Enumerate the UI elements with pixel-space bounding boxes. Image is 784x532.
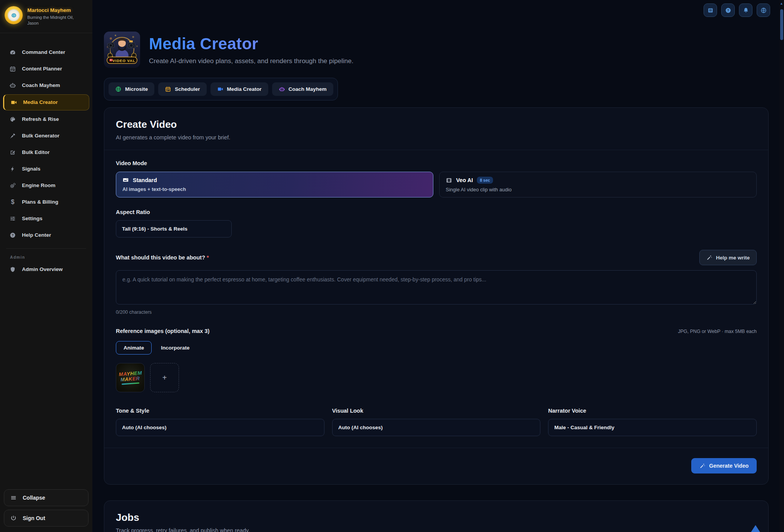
sidebar-item-settings[interactable]: Settings [3,211,89,226]
sidebar-divider [6,248,86,249]
tone-style-label: Tone & Style [116,408,324,414]
robot-icon [279,86,285,92]
sidebar-item-label: Content Planner [22,66,62,72]
sidebar-item-label: Bulk Generator [22,133,60,139]
tab-label: Media Creator [227,86,262,92]
create-video-title: Create Video [116,119,757,130]
mode-description: Single AI video clip with audio [446,187,750,192]
tab-scheduler[interactable]: Scheduler [158,82,206,96]
sidebar-item-label: Help Center [22,232,51,238]
globe-icon [760,7,767,14]
sign-out-button[interactable]: Sign Out [4,510,89,527]
sign-out-label: Sign Out [23,515,45,521]
narrator-voice-label: Narrator Voice [548,408,757,414]
sidebar-item-bulk-editor[interactable]: Bulk Editor [3,145,89,160]
collapse-button[interactable]: Collapse [4,489,89,506]
video-mode-standard[interactable]: Standard AI images + text-to-speech [116,172,433,197]
add-reference-image-button[interactable]: + [150,363,179,392]
sidebar: Martocci Mayhem Burning the Midnight Oil… [0,0,92,532]
scroll-to-top-button[interactable] [751,525,761,532]
brand-tagline: Burning the Midnight Oil, Jason [27,15,77,27]
globe-icon [115,86,122,92]
sidebar-item-label: Settings [22,216,42,221]
brand-text: Martocci Mayhem Burning the Midnight Oil… [27,6,77,27]
notifications-button[interactable] [739,3,752,17]
brain-icon [8,9,20,21]
narrator-voice-select[interactable]: Male - Casual & Friendly [548,419,757,436]
sidebar-nav: Command Center Content Planner [0,33,92,278]
thumbnail-text-line2: MAKER [120,376,140,382]
brief-header-row: What should this video be about?* Help m… [116,250,757,265]
brand-logo[interactable] [5,6,23,24]
visual-look-field: Visual Look Auto (AI chooses) [332,408,541,436]
tab-media-creator[interactable]: Media Creator [211,82,268,96]
sidebar-item-label: Bulk Editor [22,149,50,155]
sidebar-item-command-center[interactable]: Command Center [3,45,89,60]
aspect-ratio-select[interactable]: Tall (9:16) - Shorts & Reels [116,220,232,238]
create-video-subtitle: AI generates a complete video from your … [116,134,757,141]
sidebar-item-plans-billing[interactable]: $ Plans & Billing [3,194,89,210]
film-icon [446,177,452,184]
sidebar-item-engine-room[interactable]: Engine Room [3,178,89,193]
sidebar-item-coach-mayhem[interactable]: Coach Mayhem [3,78,89,93]
help-button[interactable]: ? [721,3,735,17]
magic-wand-icon [706,254,712,261]
pencil-square-icon [9,149,17,156]
sidebar-item-label: Refresh & Rise [22,116,59,122]
video-mode-veo-ai[interactable]: Veo AI 8 sec Single AI video clip with a… [439,172,757,197]
visual-look-label: Visual Look [332,408,541,414]
sidebar-item-label: Media Creator [23,99,58,105]
calendar-icon [9,65,17,72]
incorporate-toggle-button[interactable]: Incorporate [161,345,189,351]
brand-name: Martocci Mayhem [27,6,77,13]
rocket-icon [9,132,17,139]
calendar-icon [165,86,171,92]
gears-icon [9,182,17,189]
reference-images-hint: JPG, PNG or WebP · max 5MB each [678,329,757,334]
narrator-voice-field: Narrator Voice Male - Casual & Friendly [548,408,757,436]
page-title: Media Creator [149,35,353,53]
sidebar-bottom: Collapse Sign Out [0,485,92,532]
sidebar-item-help-center[interactable]: ? Help Center [3,228,89,243]
animate-toggle-button[interactable]: Animate [116,341,152,355]
sidebar-item-refresh-rise[interactable]: Refresh & Rise [3,112,89,127]
sidebar-item-bulk-generator[interactable]: Bulk Generator [3,128,89,144]
sidebar-item-admin-overview[interactable]: Admin Overview [3,262,89,277]
photo-icon [122,177,129,183]
generate-row: Generate Video [116,458,757,473]
tab-microsite[interactable]: Microsite [109,82,154,96]
help-me-write-label: Help me write [716,255,750,261]
video-camera-icon [10,99,18,106]
question-circle-icon: ? [9,232,17,239]
visual-look-select[interactable]: Auto (AI chooses) [332,419,541,436]
sidebar-item-signals[interactable]: Signals [3,161,89,177]
help-me-write-button[interactable]: Help me write [699,250,757,265]
tone-style-select[interactable]: Auto (AI chooses) [116,419,324,436]
language-button[interactable] [757,3,770,17]
jobs-subtitle: Track progress, retry failures, and publ… [116,527,757,532]
magic-wand-icon [699,463,705,469]
collapse-label: Collapse [23,495,45,501]
tone-style-field: Tone & Style Auto (AI chooses) [116,408,324,436]
media-creator-avatar: VIDEO VAL [104,32,140,68]
page-subtitle: Create AI-driven video plans, assets, an… [149,57,353,65]
bell-icon [742,7,749,14]
tab-coach-mayhem[interactable]: Coach Mayhem [272,82,333,96]
reference-image-thumbnail[interactable]: MAYHEM MAKER [116,363,145,392]
char-counter: 0/200 characters [116,309,757,315]
sidebar-item-content-planner[interactable]: Content Planner [3,61,89,77]
sidebar-item-label: Admin Overview [22,266,63,272]
scrollbar-up-arrow[interactable]: ▲ [780,2,783,5]
vertical-scrollbar: ▲ [779,0,784,532]
reference-thumbnails: MAYHEM MAKER + [116,363,757,392]
panel-list-button[interactable] [704,3,717,17]
video-mode-label: Video Mode [116,160,757,166]
reference-mode-toggle: Animate Incorporate [116,341,757,355]
generate-video-button[interactable]: Generate Video [691,458,757,473]
gauge-icon [9,49,17,56]
video-brief-textarea[interactable] [116,270,757,304]
svg-text:?: ? [727,8,729,12]
sidebar-item-media-creator[interactable]: Media Creator [3,94,89,110]
scrollbar-thumb[interactable] [780,9,783,40]
sidebar-header: Martocci Mayhem Burning the Midnight Oil… [0,0,92,33]
